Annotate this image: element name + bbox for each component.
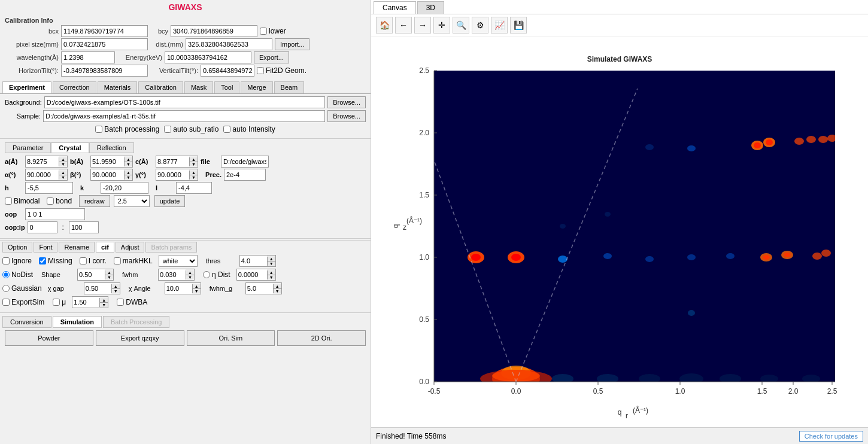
beta-down[interactable]: ▼ [125, 175, 132, 180]
file-input[interactable] [221, 156, 269, 168]
batch-processing-label[interactable]: Batch processing [95, 125, 159, 133]
2d-ori-button[interactable]: 2D Ori. [277, 330, 366, 346]
gamma-down[interactable]: ▼ [190, 175, 198, 180]
tab-cif[interactable]: cif [96, 242, 114, 253]
dwba-label[interactable]: DWBA [117, 298, 147, 306]
tab-beam[interactable]: Beam [274, 81, 305, 93]
c-input[interactable] [156, 156, 189, 167]
export-sim-label[interactable]: ExportSim [2, 298, 44, 306]
back-button[interactable]: ← [395, 17, 412, 34]
l-input[interactable] [176, 182, 212, 194]
b-down[interactable]: ▼ [125, 162, 132, 166]
update-button[interactable]: update [154, 195, 186, 207]
eta-dist-radio-label[interactable]: η Dist [203, 270, 230, 279]
b-spinner[interactable]: ▲ ▼ [90, 156, 133, 168]
mu-input[interactable] [72, 297, 99, 308]
color-select[interactable]: white black red blue green [159, 255, 198, 267]
export-qzqxy-button[interactable]: Export qzqxy [96, 330, 184, 346]
c-up[interactable]: ▲ [190, 157, 198, 162]
save-button[interactable]: 💾 [510, 17, 527, 34]
tab-reflection[interactable]: Reflection [89, 142, 134, 153]
auto-sub-ratio-checkbox[interactable] [164, 126, 171, 133]
fwhm-g-input[interactable] [246, 283, 273, 294]
gamma-spinner[interactable]: ▲ ▼ [156, 169, 198, 181]
tab-tool[interactable]: Tool [214, 81, 239, 93]
bond-checkbox[interactable] [47, 197, 54, 205]
missing-label[interactable]: Missing [39, 257, 72, 265]
fwhm-down[interactable]: ▼ [186, 275, 194, 279]
home-button[interactable]: 🏠 [376, 17, 393, 34]
mu-label[interactable]: μ [53, 298, 66, 306]
tab-materials[interactable]: Materials [98, 81, 138, 93]
k-input[interactable] [101, 182, 148, 194]
shape-up[interactable]: ▲ [105, 270, 113, 275]
a-spinner[interactable]: ▲ ▼ [25, 156, 68, 168]
plot-button[interactable]: 📈 [491, 17, 508, 34]
thres-input[interactable] [240, 256, 267, 266]
h-input[interactable] [25, 182, 73, 194]
settings-button[interactable]: ⚙ [472, 17, 488, 34]
chi-angle-down[interactable]: ▼ [193, 289, 201, 293]
forward-button[interactable]: → [414, 17, 431, 34]
oop-ip-input2[interactable] [69, 221, 99, 233]
ignore-label[interactable]: Ignore [2, 257, 32, 265]
fit2d-checkbox[interactable] [257, 67, 264, 74]
tab-merge[interactable]: Merge [241, 81, 272, 93]
alpha-input[interactable] [26, 169, 59, 180]
bond-label[interactable]: bond [47, 197, 72, 205]
sample-browse-button[interactable]: Browse... [327, 110, 366, 122]
sample-input[interactable] [43, 110, 325, 122]
shape-spinner[interactable]: ▲ ▼ [77, 269, 114, 281]
mark-hkl-label[interactable]: markHKL [114, 257, 153, 265]
missing-checkbox[interactable] [39, 257, 46, 264]
fwhm-g-up[interactable]: ▲ [274, 284, 281, 289]
thres-spinner[interactable]: ▲ ▼ [239, 255, 276, 267]
mark-hkl-checkbox[interactable] [114, 257, 121, 264]
c-spinner[interactable]: ▲ ▼ [156, 156, 198, 168]
gamma-up[interactable]: ▲ [190, 171, 198, 175]
chi-gap-input[interactable] [84, 283, 111, 294]
thres-up[interactable]: ▲ [268, 257, 275, 261]
export-button[interactable]: Export... [254, 51, 289, 63]
shape-input[interactable] [78, 269, 105, 280]
pan-button[interactable]: ✛ [433, 17, 450, 34]
bimodal-label[interactable]: Bimodal [5, 197, 40, 205]
chi-gap-up[interactable]: ▲ [112, 284, 120, 289]
fwhm-input[interactable] [159, 269, 186, 280]
beta-up[interactable]: ▲ [125, 171, 132, 175]
eta-dist-radio[interactable] [203, 271, 210, 278]
tab-calibration[interactable]: Calibration [138, 81, 183, 93]
oop-input[interactable] [25, 208, 85, 220]
auto-intensity-label[interactable]: auto Intensity [223, 125, 275, 133]
tab-correction[interactable]: Correction [53, 81, 96, 93]
tab-conversion[interactable]: Conversion [2, 316, 51, 328]
a-down[interactable]: ▼ [59, 162, 67, 166]
gaussian-radio[interactable] [2, 285, 10, 292]
i-corr-checkbox[interactable] [80, 257, 87, 264]
b-input[interactable] [91, 156, 124, 167]
c-down[interactable]: ▼ [190, 162, 198, 166]
chi-angle-up[interactable]: ▲ [193, 284, 201, 289]
eta-input[interactable] [237, 269, 267, 280]
tab-adjust[interactable]: Adjust [116, 242, 145, 253]
fwhm-up[interactable]: ▲ [186, 270, 194, 275]
canvas-tab-3d[interactable]: 3D [417, 1, 444, 14]
tab-crystal[interactable]: Crystal [51, 142, 89, 153]
redraw-select[interactable]: 2.5 1.5 3.0 [114, 195, 150, 207]
chi-gap-spinner[interactable]: ▲ ▼ [84, 282, 120, 294]
chi-angle-spinner[interactable]: ▲ ▼ [165, 282, 201, 294]
wavelength-input[interactable] [61, 51, 115, 63]
tab-rename[interactable]: Rename [59, 242, 95, 253]
ignore-checkbox[interactable] [2, 257, 10, 264]
lower-checkbox-label[interactable]: lower [260, 27, 286, 35]
tab-option[interactable]: Option [2, 242, 32, 253]
mu-down[interactable]: ▼ [100, 303, 108, 307]
tab-batch-params[interactable]: Batch params [145, 242, 197, 253]
background-browse-button[interactable]: Browse... [327, 96, 366, 108]
horizon-tilt-input[interactable] [61, 65, 148, 77]
tab-simulation[interactable]: Simulation [53, 316, 102, 328]
bcx-input[interactable] [61, 25, 148, 37]
shape-down[interactable]: ▼ [105, 275, 113, 279]
bimodal-checkbox[interactable] [5, 197, 12, 205]
chi-gap-down[interactable]: ▼ [112, 289, 120, 293]
